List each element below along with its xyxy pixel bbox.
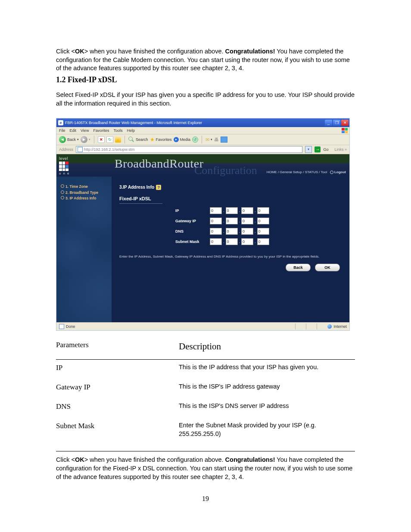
status-text: Done [66,324,75,329]
print-button[interactable]: 🖶 [214,137,219,143]
media-icon: ▸ [174,137,179,142]
banner-subtitle: Configuration [194,163,257,178]
screenshot-window: e FBR-1405TX Broadband Router Web Manage… [56,118,350,331]
menu-favorites[interactable]: Favorites [93,128,109,133]
nav-general[interactable]: General Setup [280,170,302,174]
outro-paragraph: Click <OK> when you have finished the co… [56,456,355,481]
go-label: Go [323,147,328,152]
mail-button[interactable]: ✉▾ [206,137,212,143]
ok-button-form[interactable]: OK [315,264,340,271]
links-label[interactable]: Links » [334,147,347,152]
ip-octet-1[interactable] [210,207,222,214]
page-icon-status [59,324,64,329]
param-header-description: Description [179,340,355,353]
panel-title: 3.IP Address Info [119,184,154,190]
status-bar: Done Internet [56,322,349,330]
mask-octet-2[interactable] [226,238,238,245]
dns-octet-3[interactable] [241,228,253,235]
ip-octet-4[interactable] [257,207,269,214]
dns-octet-2[interactable] [226,228,238,235]
nav-logout[interactable]: Logout [334,170,346,174]
dns-octet-1[interactable] [210,228,222,235]
brand-logo: level one [59,156,79,174]
nav-home[interactable]: HOME [267,170,277,174]
minimize-button[interactable]: _ [325,120,332,126]
table-row: DNS This is the ISP's DNS server IP addr… [56,402,355,421]
ip-form: IP . . . Gateway IP . . . [175,205,342,247]
menu-help[interactable]: Help [127,128,135,133]
hint-text: Enter the IP Address, Subnet Mask, Gatew… [119,255,342,259]
divider [56,451,355,451]
gw-octet-2[interactable] [226,218,238,224]
address-bar: Address http://192.168.2.1/setupw.stm ▾ … [56,145,349,154]
table-row: Subnet Mask Enter the Subnet Mask provid… [56,421,355,448]
top-nav: HOME / General Setup / STATUS / Tool Log… [267,170,346,175]
close-button[interactable]: ✕ [341,120,349,126]
mask-octet-1[interactable] [210,238,222,245]
menu-bar: File Edit View Favorites Tools Help [56,127,349,134]
label-gateway: Gateway IP [175,218,210,224]
menu-tools[interactable]: Tools [113,128,122,133]
table-row: Gateway IP This is the ISP's IP address … [56,383,355,402]
gw-octet-4[interactable] [257,218,269,224]
help-icon[interactable]: ? [156,185,161,190]
windows-flag-icon [342,128,348,133]
toolbar: ◄Back▾ ►▾ ✕ ↻ ⌂ Search ★Favorites ▸Media… [56,134,349,145]
parameters-table: Parameters Description IP This is the IP… [56,340,355,448]
sidebar-step-1[interactable]: 1. Time Zone [61,184,109,189]
maximize-button[interactable]: ❐ [333,120,340,126]
go-button[interactable]: → [314,146,321,152]
window-title: FBR-1405TX Broadband Router Web Manageme… [65,120,202,125]
sidebar-step-3[interactable]: 3. IP Address Info [61,196,109,201]
forward-button[interactable]: ►▾ [81,136,90,143]
edit-button[interactable] [221,137,227,143]
menu-edit[interactable]: Edit [70,128,77,133]
label-ip: IP [175,208,210,213]
intro-paragraph: Click <OK> when you have finished the co… [56,47,355,73]
history-button[interactable]: ↺ [192,137,198,143]
section-paragraph: Select Fixed-IP xDSL if your ISP has giv… [56,91,355,108]
ie-icon: e [58,120,63,125]
label-mask: Subnet Mask [175,239,210,244]
param-header-parameters: Parameters [56,340,179,353]
refresh-button[interactable]: ↻ [106,136,113,143]
ip-octet-3[interactable] [241,207,253,214]
internet-zone-icon [327,324,332,329]
nav-tool[interactable]: Tool [321,170,327,174]
banner: level one BroadbandRouter Configuration … [56,154,349,177]
gw-octet-3[interactable] [241,218,253,224]
ip-octet-2[interactable] [226,207,238,214]
page-number: 19 [56,494,355,504]
star-icon: ★ [150,136,155,143]
address-label: Address [59,147,73,152]
dns-octet-4[interactable] [257,228,269,235]
status-zone: Internet [333,324,347,329]
page-icon [78,147,83,152]
menu-view[interactable]: View [81,128,89,133]
back-button-form[interactable]: Back [286,264,311,271]
page-content: level one BroadbandRouter Configuration … [56,154,349,322]
label-dns: DNS [175,229,210,234]
main-panel: 3.IP Address Info ? Fixed-IP xDSL IP . .… [112,177,349,322]
sidebar-step-2[interactable]: 2. Broadband Type [61,190,109,195]
mask-octet-3[interactable] [241,238,253,245]
back-button[interactable]: ◄Back▾ [59,136,79,143]
gw-octet-1[interactable] [210,218,222,224]
mail-icon: ✉ [206,137,209,143]
stop-button[interactable]: ✕ [98,136,105,143]
media-button[interactable]: ▸Media [174,137,191,142]
search-icon [128,137,134,143]
search-button[interactable]: Search [128,137,148,143]
panel-subtitle: Fixed-IP xDSL [119,196,162,204]
wizard-sidebar: 1. Time Zone 2. Broadband Type 3. IP Add… [56,177,112,322]
address-dropdown[interactable]: ▾ [305,146,312,153]
section-heading: 1.2 Fixed-IP xDSL [56,75,355,85]
home-button[interactable]: ⌂ [115,137,121,143]
nav-status[interactable]: STATUS [305,170,318,174]
address-field[interactable]: http://192.168.2.1/setupw.stm [76,146,302,153]
menu-file[interactable]: File [59,128,65,133]
mask-octet-4[interactable] [257,238,269,245]
window-titlebar: e FBR-1405TX Broadband Router Web Manage… [56,118,349,127]
favorites-button[interactable]: ★Favorites [150,136,172,143]
banner-title: BroadbandRouter [115,156,204,172]
